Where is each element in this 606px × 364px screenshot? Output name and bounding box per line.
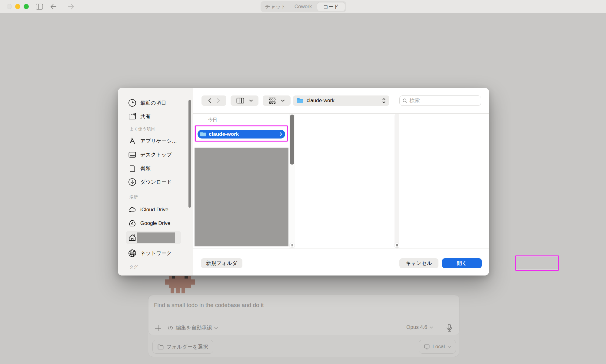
up-down-chevrons-icon bbox=[382, 98, 386, 103]
model-label: Opus 4.6 bbox=[406, 324, 427, 330]
sidebar-item-label: Google Drive bbox=[140, 220, 170, 226]
claude-pixel-mascot bbox=[165, 272, 195, 295]
open-button[interactable]: 開く bbox=[442, 258, 482, 268]
tab-cowork[interactable]: Cowork bbox=[289, 2, 317, 11]
dialog-sidebar: 最近の項目 共有 よく使う項目 アプリケーシ… bbox=[118, 88, 193, 276]
environment-label: Local bbox=[432, 344, 445, 350]
app-titlebar: チャット Cowork コード bbox=[0, 0, 606, 13]
sidebar-item-shared[interactable]: 共有 bbox=[122, 111, 189, 122]
chevron-down-icon bbox=[249, 99, 253, 102]
column-browser: 今日 claude-work bbox=[193, 114, 489, 249]
divider bbox=[214, 98, 214, 104]
file-open-dialog: 最近の項目 共有 よく使う項目 アプリケーシ… bbox=[118, 88, 489, 276]
column-scrollbar-1[interactable] bbox=[289, 114, 295, 249]
icloud-icon bbox=[128, 206, 136, 214]
downloads-icon bbox=[128, 178, 136, 186]
chevron-down-icon bbox=[430, 326, 433, 329]
sidebar-item-label: 書類 bbox=[140, 165, 151, 172]
browser-column-2 bbox=[295, 114, 395, 249]
auto-approve-dropdown[interactable]: 編集を自動承認 bbox=[167, 324, 218, 331]
file-name: claude-work bbox=[209, 131, 277, 137]
sidebar-item-label: iCloud Drive bbox=[140, 207, 168, 213]
group-header-today: 今日 bbox=[208, 117, 217, 123]
sidebar-scrollbar[interactable] bbox=[188, 100, 191, 208]
home-icon bbox=[128, 234, 136, 242]
select-folder-button[interactable]: フォルダーを選択 bbox=[152, 340, 213, 354]
chevron-down-icon bbox=[214, 327, 218, 329]
sidebar-item-label: アプリケーシ… bbox=[140, 138, 177, 145]
sidebar-item-recents[interactable]: 最近の項目 bbox=[122, 98, 189, 108]
sidebar-item-desktop[interactable]: デスクトップ bbox=[122, 149, 189, 160]
column-resize-handle[interactable] bbox=[290, 243, 295, 247]
footer-separator bbox=[193, 249, 489, 249]
environment-dropdown[interactable]: Local bbox=[419, 340, 456, 354]
google-drive-icon bbox=[128, 219, 136, 228]
forward-chevron-icon[interactable] bbox=[217, 98, 220, 103]
sidebar-item-icloud-drive[interactable]: iCloud Drive bbox=[122, 205, 189, 215]
search-field[interactable] bbox=[399, 95, 481, 106]
sidebar-item-label: ダウンロード bbox=[140, 179, 172, 185]
sidebar-section-locations: 場所 bbox=[129, 195, 138, 200]
dialog-main: claude-work 今日 claude-work bbox=[193, 88, 489, 276]
sidebar-item-label: ネットワーク bbox=[140, 250, 172, 257]
location-label: claude-work bbox=[307, 98, 382, 104]
network-globe-icon bbox=[128, 249, 136, 257]
column-scrollbar-2[interactable] bbox=[395, 114, 399, 249]
model-selector[interactable]: Opus 4.6 bbox=[406, 324, 433, 330]
nav-button-group bbox=[201, 95, 226, 106]
composer-toolbar: 編集を自動承認 Opus 4.6 bbox=[148, 322, 460, 336]
redacted-file-list bbox=[195, 148, 288, 246]
chevron-down-icon bbox=[448, 346, 451, 348]
close-window-button[interactable] bbox=[7, 4, 12, 9]
sidebar-section-tags: タグ bbox=[129, 264, 138, 270]
column-view-icon bbox=[236, 98, 244, 104]
back-chevron-icon[interactable] bbox=[208, 98, 211, 103]
cancel-button[interactable]: キャンセル bbox=[399, 258, 438, 268]
redacted-username bbox=[137, 232, 175, 243]
sidebar-item-label: デスクトップ bbox=[140, 151, 172, 158]
folder-outline-icon bbox=[158, 344, 164, 349]
view-mode-button[interactable] bbox=[231, 95, 258, 106]
shared-folder-icon bbox=[128, 112, 136, 121]
desktop-icon bbox=[128, 151, 136, 159]
minimize-window-button[interactable] bbox=[15, 4, 20, 9]
sidebar-item-downloads[interactable]: ダウンロード bbox=[122, 177, 189, 187]
search-icon bbox=[403, 98, 407, 103]
sidebar-item-label: 共有 bbox=[140, 113, 151, 120]
sidebar-item-google-drive[interactable]: Google Drive bbox=[122, 218, 189, 229]
sidebar-item-network[interactable]: ネットワーク bbox=[122, 248, 189, 258]
blue-folder-icon bbox=[200, 132, 206, 137]
sidebar-toggle-icon[interactable] bbox=[36, 3, 43, 10]
prompt-placeholder: Find a small todo in the codebase and do… bbox=[154, 302, 264, 309]
forward-arrow-icon[interactable] bbox=[67, 3, 75, 10]
plus-icon[interactable] bbox=[155, 325, 162, 332]
sidebar-item-documents[interactable]: 書類 bbox=[122, 163, 189, 173]
zoom-window-button[interactable] bbox=[24, 4, 29, 9]
document-icon bbox=[128, 164, 136, 172]
browser-column-3 bbox=[399, 114, 489, 249]
tab-chat[interactable]: チャット bbox=[262, 2, 289, 11]
new-folder-button[interactable]: 新規フォルダ bbox=[201, 258, 242, 268]
annotation-box bbox=[515, 255, 559, 271]
prompt-input[interactable]: Find a small todo in the codebase and do… bbox=[148, 295, 460, 335]
monitor-icon bbox=[424, 344, 430, 349]
group-by-icon bbox=[269, 97, 276, 104]
auto-approve-label: 編集を自動承認 bbox=[176, 324, 212, 331]
search-input[interactable] bbox=[409, 98, 478, 104]
composer-footer: フォルダーを選択 Local bbox=[148, 340, 460, 354]
group-by-button[interactable] bbox=[263, 95, 291, 106]
chevron-right-icon bbox=[280, 132, 282, 136]
blue-folder-icon bbox=[297, 98, 304, 103]
mode-tabset: チャット Cowork コード bbox=[261, 1, 346, 12]
code-icon bbox=[167, 326, 173, 330]
back-arrow-icon[interactable] bbox=[50, 3, 57, 10]
browser-column-1: 今日 claude-work bbox=[193, 114, 289, 249]
file-row-claude-work-selected[interactable]: claude-work bbox=[198, 130, 285, 139]
column-resize-handle[interactable] bbox=[395, 243, 399, 247]
location-dropdown[interactable]: claude-work bbox=[293, 95, 389, 106]
tab-code[interactable]: コード bbox=[317, 2, 345, 11]
scrollbar-thumb[interactable] bbox=[290, 115, 294, 165]
microphone-icon[interactable] bbox=[446, 324, 453, 332]
sidebar-item-applications[interactable]: アプリケーシ… bbox=[122, 136, 189, 146]
clock-icon bbox=[128, 99, 136, 107]
